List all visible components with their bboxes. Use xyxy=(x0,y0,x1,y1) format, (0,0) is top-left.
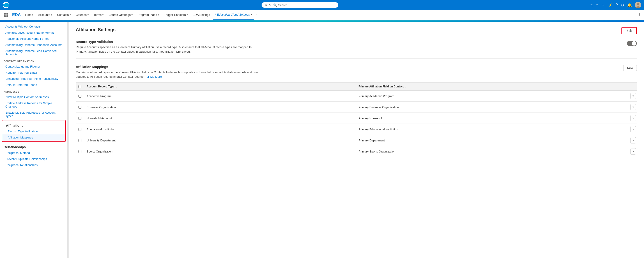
sidebar-item-reciprocal-method[interactable]: Reciprocal Method xyxy=(0,150,68,156)
edit-button[interactable]: Edit xyxy=(622,27,637,34)
row-dropdown-1[interactable]: ▾ xyxy=(630,93,636,99)
row-dropdown-4[interactable]: ▾ xyxy=(630,126,636,133)
row-checkbox-2[interactable] xyxy=(76,102,84,112)
avatar[interactable] xyxy=(635,2,641,8)
svg-rect-6 xyxy=(7,13,8,14)
row-action-6[interactable]: ▾ xyxy=(628,146,637,157)
search-filter-select[interactable]: All xyxy=(264,3,272,7)
sidebar-item-admin-account-format[interactable]: Administrative Account Name Format xyxy=(0,30,68,36)
row-dropdown-6[interactable]: ▾ xyxy=(630,148,636,155)
svg-rect-12 xyxy=(7,16,8,17)
gear-icon[interactable]: ⚙ xyxy=(621,3,624,7)
info-icon[interactable]: ℹ xyxy=(639,13,640,17)
primary-field-1: Primary Academic Program xyxy=(356,91,628,101)
table-row: University Department Primary Department… xyxy=(76,135,637,146)
affiliation-mappings-section: Affiliation Mappings Map Account record … xyxy=(76,65,637,157)
sidebar-item-enhanced-phone[interactable]: Enhanced Preferred Phone Functionality xyxy=(0,76,68,82)
sidebar-item-rename-household[interactable]: Automatically Rename Household Accounts xyxy=(0,42,68,48)
contact-info-section-label: CONTACT INFORMATION xyxy=(0,57,68,63)
chevron-down-icon: ▾ xyxy=(102,14,104,16)
row-action-3[interactable]: ▾ xyxy=(628,113,637,123)
sidebar-item-enable-multiple-addresses[interactable]: Enable Multiple Addresses for Account Ty… xyxy=(0,109,68,119)
row-checkbox-4[interactable] xyxy=(76,124,84,135)
primary-field-5: Primary Department xyxy=(356,135,628,146)
app-launcher[interactable] xyxy=(2,13,10,17)
row-action-1[interactable]: ▾ xyxy=(628,91,637,101)
sidebar-item-prevent-duplicate-relationships[interactable]: Prevent Duplicate Relationships xyxy=(0,156,68,162)
account-type-4: Educational Institution xyxy=(84,124,356,135)
sidebar: Accounts Without Contacts Administrative… xyxy=(0,22,68,258)
svg-rect-7 xyxy=(4,15,5,16)
sidebar-item-accounts-without-contacts[interactable]: Accounts Without Contacts xyxy=(0,24,68,30)
account-type-6: Sports Organization xyxy=(84,146,356,157)
sidebar-item-reciprocal-relationships[interactable]: Reciprocal Relationships xyxy=(0,162,68,168)
svg-rect-4 xyxy=(4,13,5,14)
row-dropdown-5[interactable]: ▾ xyxy=(630,137,636,144)
nav-item-contacts[interactable]: Contacts ▾ xyxy=(55,10,73,20)
sort-primary-field-icon[interactable]: ⌄ xyxy=(404,85,407,88)
search-input[interactable] xyxy=(278,4,323,7)
tell-me-more-link[interactable]: Tell Me More xyxy=(145,75,162,78)
table-header: Account Record Type ⌄ Primary Affiliatio… xyxy=(76,82,637,91)
record-type-validation-section: Record Type Validation Require Accounts … xyxy=(76,40,637,59)
salesforce-logo xyxy=(3,2,10,8)
nav-item-eda-settings[interactable]: EDA Settings xyxy=(190,10,212,20)
affiliation-mappings-title: Affiliation Mappings xyxy=(76,65,623,69)
sidebar-item-record-type-validation[interactable]: Record Type Validation xyxy=(2,128,65,135)
chevron-right-icon: › xyxy=(61,136,62,139)
nav-item-program-plans[interactable]: Program Plans ▾ xyxy=(135,10,161,20)
svg-point-2 xyxy=(637,3,639,6)
page-title: Affiliation Settings xyxy=(76,27,116,32)
nav-item-terms[interactable]: Terms ▾ xyxy=(91,10,106,20)
sidebar-item-rename-lead-converted[interactable]: Automatically Rename Lead-Converted Acco… xyxy=(0,48,68,57)
nav-item-home[interactable]: Home xyxy=(23,10,36,20)
close-tab-icon[interactable]: × xyxy=(254,13,258,17)
chevron-down-icon: ▾ xyxy=(132,14,132,16)
sidebar-item-update-address-records[interactable]: Update Address Records for Simple Change… xyxy=(0,100,68,109)
blue-strip xyxy=(0,20,644,22)
nav-item-accounts[interactable]: Accounts ▾ xyxy=(36,10,54,20)
row-action-5[interactable]: ▾ xyxy=(628,135,637,146)
checkbox-header xyxy=(76,83,84,90)
nav-item-course-offerings[interactable]: Course Offerings ▾ xyxy=(106,10,135,20)
nav-item-courses[interactable]: Courses ▾ xyxy=(74,10,91,20)
chevron-down-icon: ▾ xyxy=(158,14,159,16)
sidebar-item-household-account-format[interactable]: Household Account Name Format xyxy=(0,36,68,42)
sidebar-item-allow-multiple-addresses[interactable]: Allow Multiple Contact Addresses xyxy=(0,94,68,100)
row-checkbox-1[interactable] xyxy=(76,91,84,101)
sidebar-item-affiliation-mappings[interactable]: Affiliation Mappings › xyxy=(2,135,65,141)
primary-affiliation-header: Primary Affiliation Field on Contact ⌄ xyxy=(356,83,628,90)
sort-account-type-icon[interactable]: ⌄ xyxy=(115,85,118,88)
bookmark-icon[interactable]: ☆ xyxy=(590,3,593,7)
table-row: Sports Organization Primary Sports Organ… xyxy=(76,146,637,157)
record-type-validation-toggle[interactable] xyxy=(627,41,637,46)
sidebar-item-default-preferred-phone[interactable]: Default Preferred Phone xyxy=(0,82,68,88)
new-button[interactable]: New xyxy=(623,65,637,71)
row-dropdown-2[interactable]: ▾ xyxy=(630,104,636,110)
row-dropdown-3[interactable]: ▾ xyxy=(630,115,636,121)
row-checkbox-3[interactable] xyxy=(76,113,84,123)
nav-item-trigger-handlers[interactable]: Trigger Handlers ▾ xyxy=(162,10,190,20)
sidebar-item-contact-language[interactable]: Contact Language Fluency xyxy=(0,63,68,70)
table-row: Business Organization Primary Business O… xyxy=(76,102,637,113)
nav-item-education-cloud-settings[interactable]: * Education Cloud Settings ▾ xyxy=(213,10,254,20)
help-icon[interactable]: ? xyxy=(616,3,618,7)
affiliations-group-label: Affiliations xyxy=(2,121,65,128)
row-action-2[interactable]: ▾ xyxy=(628,102,637,112)
row-action-4[interactable]: ▾ xyxy=(628,124,637,135)
row-checkbox-5[interactable] xyxy=(76,135,84,146)
app-name: EDA xyxy=(10,13,22,17)
dropdown-icon[interactable]: ▾ xyxy=(596,4,598,7)
lightning-icon[interactable]: ⚡ xyxy=(608,3,613,7)
affiliations-group: Affiliations Record Type Validation Affi… xyxy=(2,120,66,142)
account-type-2: Business Organization xyxy=(84,102,356,112)
add-icon[interactable]: ＋ xyxy=(601,2,605,8)
select-all-checkbox[interactable] xyxy=(78,85,82,88)
actions-header xyxy=(628,83,637,90)
record-type-validation-desc: Require Accounts specified as a Contact'… xyxy=(76,45,261,54)
sidebar-item-require-preferred-email[interactable]: Require Preferred Email xyxy=(0,70,68,76)
top-bar: All 🔍 ☆ ▾ ＋ ⚡ ? ⚙ 🔔 xyxy=(0,0,644,10)
bell-icon[interactable]: 🔔 xyxy=(627,3,632,7)
row-checkbox-6[interactable] xyxy=(76,146,84,157)
svg-rect-5 xyxy=(6,13,6,14)
